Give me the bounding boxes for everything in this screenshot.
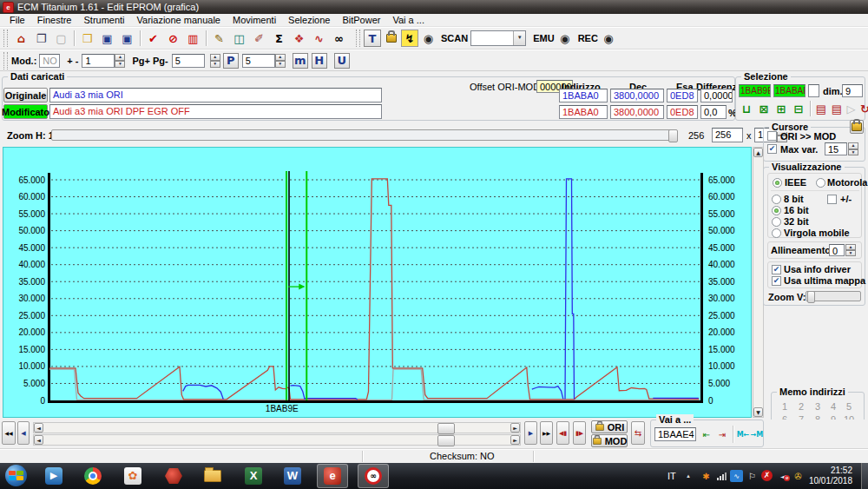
selection-start-field[interactable]: 1BAB9E <box>739 84 771 97</box>
emu-record-icon[interactable]: ◉ <box>557 29 573 49</box>
taskbar-hexagon-app-icon[interactable] <box>158 464 189 488</box>
ori-button[interactable]: ORI <box>591 420 628 433</box>
hscroll2-thumb[interactable] <box>437 435 455 446</box>
taskbar-word-icon[interactable]: W <box>277 464 308 488</box>
window-icon[interactable]: ▢ <box>51 29 71 49</box>
find-icon[interactable]: ∞ <box>329 29 349 49</box>
menu-vai-a[interactable]: Vai a ... <box>386 15 430 25</box>
virgola-radio[interactable] <box>772 228 781 238</box>
memo-3[interactable]: 3 <box>815 401 820 412</box>
mod-button[interactable]: MOD <box>591 434 628 447</box>
menu-strumenti[interactable]: Strumenti <box>77 15 130 25</box>
copy-selection-icon[interactable]: ▤ <box>813 100 829 117</box>
rec-record-icon[interactable]: ◉ <box>601 29 616 49</box>
goto-next-button[interactable]: ▶ <box>524 421 537 445</box>
allineamento-field[interactable]: 0 <box>829 244 845 256</box>
dim-value-field[interactable]: 9 <box>842 84 863 97</box>
menu-bitpower[interactable]: BitPower <box>336 15 386 25</box>
hscroll1-right-icon[interactable]: ► <box>510 423 520 433</box>
goto-first-button[interactable]: ◀◀ <box>2 421 16 445</box>
menu-finestre[interactable]: Finestre <box>31 15 78 25</box>
taskbar-ecm-icon[interactable]: e <box>317 464 348 488</box>
zoom-v-slider-thumb[interactable] <box>807 291 815 303</box>
selection-extra-field[interactable] <box>808 84 819 97</box>
pg-field[interactable]: 5 <box>172 54 205 68</box>
step-spinner[interactable]: ▲▼ <box>115 54 125 68</box>
bit16-radio[interactable] <box>772 206 781 215</box>
next-diff-button[interactable]: ▮▶ <box>573 421 586 445</box>
chart-area[interactable]: 65.00065.00060.00060.00055.00055.00050.0… <box>3 147 752 418</box>
shapes-icon[interactable]: ❖ <box>289 29 309 49</box>
memo-back-icon[interactable]: M← <box>736 427 750 441</box>
edit-map-icon[interactable]: ✐ <box>249 29 269 49</box>
unit-icon[interactable]: U <box>334 53 350 69</box>
page-spinner[interactable]: ▲▼ <box>275 54 286 68</box>
maxvar-field[interactable]: 15 <box>825 142 847 155</box>
taskbar-excel-icon[interactable]: X <box>238 464 269 488</box>
home-icon[interactable]: ⌂ <box>11 29 31 49</box>
step-field[interactable]: 1 <box>82 54 115 68</box>
cancel-icon[interactable]: ⊘ <box>163 29 183 49</box>
prev-diff-button[interactable]: ◀▮ <box>556 421 569 445</box>
chevron-down-icon[interactable]: ▼ <box>513 31 525 45</box>
bit32-radio[interactable] <box>772 217 781 227</box>
select-all-icon[interactable]: ⊔ <box>738 100 755 117</box>
tray-clock[interactable]: 21:52 10/01/2018 <box>794 466 852 486</box>
hscroll1-thumb[interactable] <box>437 423 455 434</box>
min-icon[interactable]: m <box>293 53 308 69</box>
ori-mod-checkbox[interactable] <box>767 131 777 141</box>
title-bar[interactable]: e ECM Titanium 1.61 - Edit EPROM (grafic… <box>0 0 868 14</box>
paste-selection-icon[interactable]: ▷ <box>845 100 858 117</box>
graph-icon[interactable]: ∿ <box>309 29 329 49</box>
max-icon[interactable]: H <box>312 53 327 69</box>
tray-network-icon[interactable]: ∿ <box>730 470 743 482</box>
vai-a-field[interactable]: 1BAAE4 <box>654 427 696 441</box>
tray-avast-icon[interactable]: ✱ <box>700 470 713 482</box>
runner-icon[interactable]: ↯ <box>401 30 418 47</box>
zoom-h-slider[interactable] <box>51 129 675 141</box>
originale-name-field[interactable]: Audi a3 mia ORI <box>49 88 382 102</box>
hscroll2-right-icon[interactable]: ► <box>510 435 520 445</box>
modificato-button[interactable]: Modificato <box>3 104 48 119</box>
goto-prev-button[interactable]: ◀ <box>17 421 30 445</box>
hscrollbar-2[interactable]: ◄ ► <box>33 434 521 446</box>
notes-icon[interactable]: ✎ <box>209 29 229 49</box>
tray-actioncenter-icon[interactable]: ⚐ <box>746 470 759 482</box>
memo-4[interactable]: 4 <box>831 401 836 412</box>
zoom-h-slider-thumb[interactable] <box>668 129 678 142</box>
motorola-radio[interactable] <box>816 178 825 188</box>
toolbar-grip[interactable] <box>3 30 8 47</box>
modbar-grip[interactable] <box>3 52 8 69</box>
tray-language[interactable]: IT <box>667 471 676 481</box>
memo-fwd-icon[interactable]: →M <box>750 427 764 441</box>
taskbar-wmp-icon[interactable]: ▶ <box>38 464 69 488</box>
scan-dropdown[interactable]: ▼ <box>470 30 526 46</box>
usa-info-driver-checkbox[interactable]: ✔ <box>772 265 781 274</box>
hscroll2-left-icon[interactable]: ◄ <box>34 435 43 445</box>
chart-scroll-up-icon[interactable]: ▲ <box>753 148 763 157</box>
taskbar-photoviewer-icon[interactable]: ✿ <box>117 464 148 488</box>
menu-selezione[interactable]: Selezione <box>282 15 336 25</box>
save-as-icon[interactable]: ▣ <box>117 29 137 49</box>
save-icon[interactable]: ▣ <box>97 29 117 49</box>
width-field[interactable]: 256 <box>712 128 743 142</box>
hscrollbar-1[interactable]: ◄ ► <box>33 422 521 433</box>
select-h-icon[interactable]: ⊞ <box>773 100 790 117</box>
memo-1[interactable]: 1 <box>782 401 787 412</box>
goto-addr-prev-icon[interactable]: ⇤ <box>700 427 713 441</box>
bit8-radio[interactable] <box>772 195 781 204</box>
lock-icon[interactable] <box>381 29 401 49</box>
page-field[interactable]: 5 <box>242 54 275 68</box>
select-v-icon[interactable]: ⊟ <box>790 100 807 117</box>
memo-2[interactable]: 2 <box>799 401 804 412</box>
tray-signal-icon[interactable] <box>715 470 728 482</box>
select-clear-icon[interactable]: ⊠ <box>755 100 773 117</box>
sum-icon[interactable]: Σ <box>269 29 289 49</box>
memo-5[interactable]: 5 <box>846 401 852 412</box>
taskbar-chrome-icon[interactable] <box>77 464 108 488</box>
plusminus-checkbox[interactable] <box>827 195 837 204</box>
ieee-radio[interactable] <box>773 178 782 188</box>
allineamento-spinner[interactable]: ▲▼ <box>845 244 856 256</box>
start-button[interactable] <box>5 465 27 486</box>
modificato-name-field[interactable]: Audi a3 mia ORI DPF EGR OFF <box>49 104 382 119</box>
